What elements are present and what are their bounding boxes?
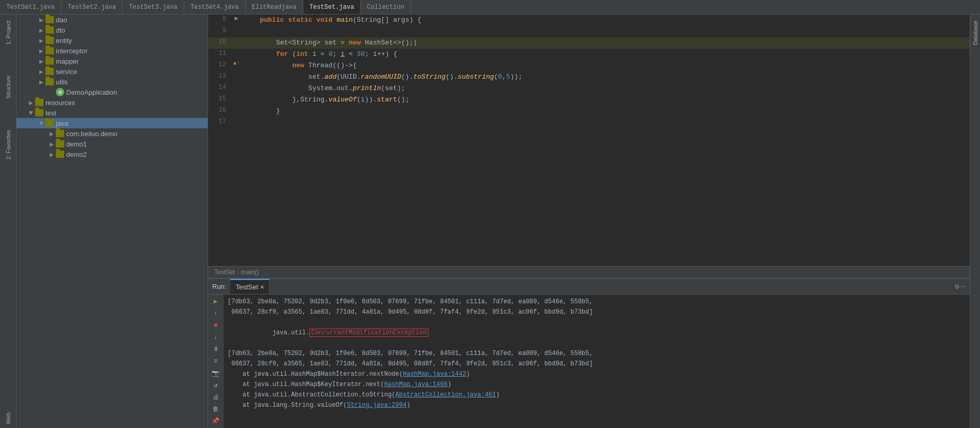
- folder-icon-demo2: [56, 151, 64, 158]
- tree-item-entity[interactable]: entity: [17, 35, 207, 46]
- tab-testset2[interactable]: TestSet2.java: [62, 0, 123, 14]
- tree-item-dao[interactable]: dao: [17, 14, 207, 25]
- tree-item-service[interactable]: service: [17, 66, 207, 77]
- folder-icon-dto: [46, 26, 54, 34]
- tab-elitread[interactable]: ElitReadjava: [246, 0, 303, 14]
- output-line-stack-2: at java.util.HashMap$KeyIterator.next(Ha…: [228, 379, 966, 390]
- tree-label-demo2: demo2: [66, 151, 87, 158]
- tree-label-test: test: [46, 109, 56, 117]
- tree-item-demo-app[interactable]: ✿ DemoApplication: [17, 87, 207, 97]
- folder-icon-utils: [46, 78, 54, 85]
- tabs-bar: TestSet1.java TestSet2.java TestSet3.jav…: [0, 0, 980, 14]
- link-hashmap-1466[interactable]: HashMap.java:1466: [384, 381, 447, 388]
- pin-button[interactable]: 📌: [210, 416, 221, 426]
- right-sidebar: Database: [970, 14, 980, 428]
- line-num-9: 9: [208, 26, 231, 34]
- tree-arrow-resources: [27, 98, 35, 107]
- tree-arrow-demo1: [48, 140, 56, 148]
- code-line-12: 12 ▲↑ new Thread(()->{: [208, 60, 970, 71]
- tree-label-entity: entity: [56, 37, 72, 45]
- line-content-8: public static void main(String[] args) {: [242, 14, 970, 26]
- editor-area: 8 ▶ public static void main(String[] arg…: [208, 14, 970, 428]
- tree-label-dao: dao: [56, 16, 67, 24]
- tree-arrow-java: [37, 119, 46, 127]
- sidebar-label-structure[interactable]: Structure: [4, 71, 12, 103]
- tree-item-com-beiluo[interactable]: com.beiluo.demo: [17, 128, 207, 139]
- tab-collection[interactable]: Collection: [361, 0, 411, 14]
- run-gutter-icon-8[interactable]: ▶: [234, 14, 238, 22]
- output-line-4: 06637, 28cf9, a3565, 1ae83, 771dd, 4a81a…: [228, 359, 966, 369]
- link-abstractcollection-461[interactable]: AbstractCollection.java:461: [395, 391, 496, 399]
- stop-button[interactable]: ■: [210, 320, 221, 330]
- code-editor[interactable]: 8 ▶ public static void main(String[] arg…: [208, 14, 970, 266]
- scroll-down-button[interactable]: ↓: [210, 332, 221, 342]
- run-panel-header: Run: TestSet × ⚙ −: [208, 279, 970, 294]
- folder-icon-service: [46, 68, 54, 75]
- link-string-2994[interactable]: String.java:2994: [347, 402, 406, 409]
- dump-button[interactable]: 📷: [210, 368, 221, 378]
- breadcrumb-class[interactable]: TestSet: [214, 269, 235, 276]
- output-line-2: 06637, 28cf9, a3565, 1ae83, 771dd, 4a81a…: [228, 307, 966, 317]
- tree-label-utils: utils: [56, 78, 68, 86]
- tree-item-test[interactable]: test: [17, 108, 207, 118]
- settings-icon[interactable]: ⚙: [955, 282, 959, 291]
- tree-label-interceptor: interceptor: [56, 47, 87, 55]
- sidebar-label-favorites[interactable]: 2: Favorites: [4, 126, 12, 164]
- run-output: [7db63, 2be0a, 75202, 9d2b3, 1f0e6, 8d50…: [224, 294, 970, 428]
- right-label-database[interactable]: Database: [971, 17, 979, 49]
- output-line-1: [7db63, 2be0a, 75202, 9d2b3, 1f0e6, 8d50…: [228, 297, 966, 307]
- tree-item-java[interactable]: java: [17, 118, 207, 128]
- tree-label-java: java: [56, 120, 68, 127]
- wrap-button[interactable]: ≡: [210, 356, 221, 366]
- code-line-13: 13 set.add(UUID.randomUUID().toString().…: [208, 71, 970, 83]
- folder-icon-dao: [46, 16, 54, 23]
- line-content-15: },String.valueOf(i)).start();: [242, 94, 970, 106]
- tree-arrow-utils: [37, 78, 46, 86]
- code-line-14: 14 System.out.println(set);: [208, 83, 970, 94]
- run-panel: Run: TestSet × ⚙ − ▶ ↑ ■ ↓ ⏸: [208, 278, 970, 428]
- pause-button[interactable]: ⏸: [210, 344, 221, 354]
- tree-label-mapper: mapper: [56, 57, 79, 65]
- tree-arrow-mapper: [37, 57, 46, 65]
- breadcrumb-method[interactable]: main(): [241, 269, 259, 276]
- output-line-stack-1: at java.util.HashMap$HashIterator.nextNo…: [228, 369, 966, 379]
- sidebar-label-project[interactable]: 1: Project: [4, 17, 12, 49]
- run-label: Run:: [208, 283, 230, 290]
- tree-item-demo1[interactable]: demo1: [17, 139, 207, 149]
- rerun-button[interactable]: ↺: [210, 380, 221, 390]
- print-button[interactable]: 🖨: [210, 392, 221, 402]
- folder-icon-test: [35, 109, 43, 116]
- tree-item-interceptor[interactable]: interceptor: [17, 46, 207, 56]
- run-toolbar: ▶ ↑ ■ ↓ ⏸ ≡ 📷 ↺ 🖨 🗑 📌: [208, 294, 224, 428]
- tree-item-resources[interactable]: resources: [17, 97, 207, 108]
- link-hashmap-1442[interactable]: HashMap.java:1442: [403, 371, 466, 378]
- tree-arrow-demo-app: [48, 88, 56, 96]
- code-line-9: 9: [208, 26, 970, 37]
- panel-container: 1: Project Structure 2: Favorites Web da…: [0, 14, 980, 428]
- tree-item-utils[interactable]: utils: [17, 77, 207, 87]
- tree-item-mapper[interactable]: mapper: [17, 56, 207, 66]
- project-sidebar: dao dto entity interceptor mapper servic…: [17, 14, 208, 428]
- minimize-icon[interactable]: −: [961, 283, 966, 291]
- breadcrumb: TestSet › main(): [208, 266, 970, 278]
- tree-arrow-dto: [37, 26, 46, 34]
- tab-testset4[interactable]: TestSet4.java: [184, 0, 246, 14]
- tab-testset[interactable]: TestSet.java: [303, 0, 361, 14]
- tree-arrow-dao: [37, 16, 46, 24]
- line-num-8: 8: [208, 14, 231, 23]
- run-tab-testset[interactable]: TestSet ×: [230, 279, 270, 294]
- tree-item-demo2[interactable]: demo2: [17, 149, 207, 159]
- scroll-up-button[interactable]: ↑: [210, 308, 221, 318]
- run-button[interactable]: ▶: [210, 297, 221, 306]
- tab-testset3[interactable]: TestSet3.java: [123, 0, 184, 14]
- code-line-10: 10 Set<String> set = new HashSet<>();|: [208, 37, 970, 49]
- sidebar-label-web[interactable]: Web: [4, 408, 12, 428]
- line-content-10: Set<String> set = new HashSet<>();|: [242, 37, 970, 49]
- tree-item-dto[interactable]: dto: [17, 25, 207, 35]
- clear-button[interactable]: 🗑: [210, 404, 221, 414]
- tab-testset1[interactable]: TestSet1.java: [0, 0, 62, 14]
- tree-label-resources: resources: [46, 99, 75, 107]
- spring-icon-demo-app: ✿: [56, 88, 64, 96]
- line-content-14: System.out.println(set);: [242, 83, 970, 94]
- run-tab-close[interactable]: ×: [260, 283, 264, 291]
